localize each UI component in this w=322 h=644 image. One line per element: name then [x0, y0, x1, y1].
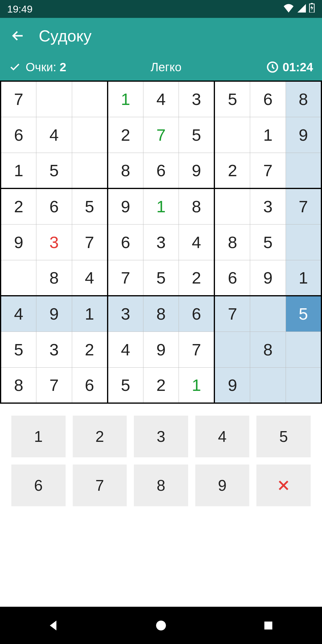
board-cell[interactable]: 3 [179, 81, 215, 117]
board-cell[interactable]: 3 [143, 224, 179, 260]
board-cell[interactable]: 9 [36, 296, 72, 332]
board-cell[interactable]: 1 [143, 188, 179, 224]
timer-value: 01:24 [283, 61, 313, 74]
board-cell[interactable]: 8 [143, 296, 179, 332]
board-cell[interactable] [214, 332, 250, 367]
board-cell[interactable]: 9 [179, 153, 215, 188]
key-5[interactable]: 5 [256, 416, 311, 457]
board-cell[interactable]: 2 [179, 260, 215, 296]
board-cell[interactable]: 1 [286, 260, 321, 296]
board-cell[interactable]: 3 [36, 224, 72, 260]
board-cell[interactable] [286, 332, 321, 367]
board-cell[interactable]: 8 [179, 188, 215, 224]
board-cell[interactable] [72, 153, 108, 188]
board-cell[interactable]: 5 [214, 81, 250, 117]
board-cell[interactable]: 7 [72, 224, 108, 260]
board-cell[interactable]: 7 [143, 117, 179, 153]
board-cell[interactable]: 7 [250, 153, 286, 188]
board-cell[interactable]: 6 [143, 153, 179, 188]
board-row: 84752691 [1, 260, 321, 296]
board-cell[interactable]: 8 [1, 367, 36, 403]
board-cell[interactable]: 3 [108, 296, 143, 332]
board-cell[interactable]: 1 [179, 367, 215, 403]
board-cell[interactable]: 9 [250, 260, 286, 296]
board-cell[interactable]: 4 [108, 332, 143, 367]
board-cell[interactable]: 5 [179, 117, 215, 153]
board-cell[interactable]: 3 [250, 188, 286, 224]
board-cell[interactable] [72, 81, 108, 117]
board-cell[interactable]: 2 [108, 117, 143, 153]
board-cell[interactable]: 7 [1, 81, 36, 117]
board-cell[interactable]: 9 [214, 367, 250, 403]
back-button[interactable] [9, 27, 27, 45]
key-2[interactable]: 2 [73, 416, 127, 457]
board-cell[interactable]: 1 [72, 296, 108, 332]
board-cell[interactable]: 9 [108, 188, 143, 224]
board-cell[interactable]: 6 [72, 367, 108, 403]
board-cell[interactable]: 5 [286, 296, 321, 332]
board-cell[interactable] [250, 296, 286, 332]
board-cell[interactable] [286, 367, 321, 403]
board-cell[interactable]: 4 [179, 224, 215, 260]
board-cell[interactable]: 5 [250, 224, 286, 260]
board-cell[interactable] [1, 260, 36, 296]
key-3[interactable]: 3 [134, 416, 188, 457]
board-cell[interactable]: 7 [179, 332, 215, 367]
key-8[interactable]: 8 [134, 465, 188, 506]
key-6[interactable]: 6 [11, 465, 66, 506]
board-cell[interactable]: 1 [250, 117, 286, 153]
board-cell[interactable]: 4 [1, 296, 36, 332]
board-cell[interactable]: 6 [179, 296, 215, 332]
board-cell[interactable]: 1 [108, 81, 143, 117]
board-cell[interactable] [286, 153, 321, 188]
board-cell[interactable]: 5 [108, 367, 143, 403]
board-cell[interactable]: 4 [36, 117, 72, 153]
board-cell[interactable]: 5 [1, 332, 36, 367]
board-cell[interactable]: 8 [286, 81, 321, 117]
board-cell[interactable]: 4 [143, 81, 179, 117]
board-cell[interactable]: 3 [36, 332, 72, 367]
board-cell[interactable]: 7 [214, 296, 250, 332]
key-4[interactable]: 4 [195, 416, 250, 457]
board-cell[interactable]: 4 [72, 260, 108, 296]
board-cell[interactable]: 9 [286, 117, 321, 153]
board-cell[interactable]: 8 [108, 153, 143, 188]
board-cell[interactable]: 2 [143, 367, 179, 403]
board-cell[interactable]: 5 [72, 188, 108, 224]
board-cell[interactable]: 6 [1, 117, 36, 153]
board-cell[interactable]: 6 [36, 188, 72, 224]
board-cell[interactable]: 6 [250, 81, 286, 117]
board-cell[interactable]: 5 [143, 260, 179, 296]
board-cell[interactable]: 9 [143, 332, 179, 367]
board-cell[interactable] [250, 367, 286, 403]
board-cell[interactable]: 8 [214, 224, 250, 260]
board-cell[interactable]: 2 [214, 153, 250, 188]
board-cell[interactable] [214, 188, 250, 224]
board-cell[interactable]: 2 [1, 188, 36, 224]
board-cell[interactable]: 7 [36, 367, 72, 403]
board-cell[interactable]: 9 [1, 224, 36, 260]
board-cell[interactable]: 6 [214, 260, 250, 296]
board-row: 5324978 [1, 332, 321, 367]
key-1[interactable]: 1 [11, 416, 66, 457]
nav-recent-button[interactable] [259, 617, 277, 634]
board-cell[interactable]: 7 [286, 188, 321, 224]
nav-home-button[interactable] [152, 617, 170, 634]
board-cell[interactable]: 2 [72, 332, 108, 367]
board-cell[interactable]: 5 [36, 153, 72, 188]
board-cell[interactable]: 7 [108, 260, 143, 296]
board-cell[interactable]: 8 [36, 260, 72, 296]
key-7[interactable]: 7 [73, 465, 127, 506]
board-cell[interactable] [72, 117, 108, 153]
board-cell[interactable] [36, 81, 72, 117]
board-cell[interactable]: 6 [108, 224, 143, 260]
board-cell[interactable]: 8 [250, 332, 286, 367]
key-delete[interactable] [256, 465, 311, 506]
svg-rect-4 [264, 621, 273, 629]
key-9[interactable]: 9 [195, 465, 250, 506]
nav-back-button[interactable] [45, 617, 63, 634]
board-cell[interactable] [286, 224, 321, 260]
status-time: 19:49 [7, 3, 32, 15]
board-cell[interactable] [214, 117, 250, 153]
board-cell[interactable]: 1 [1, 153, 36, 188]
